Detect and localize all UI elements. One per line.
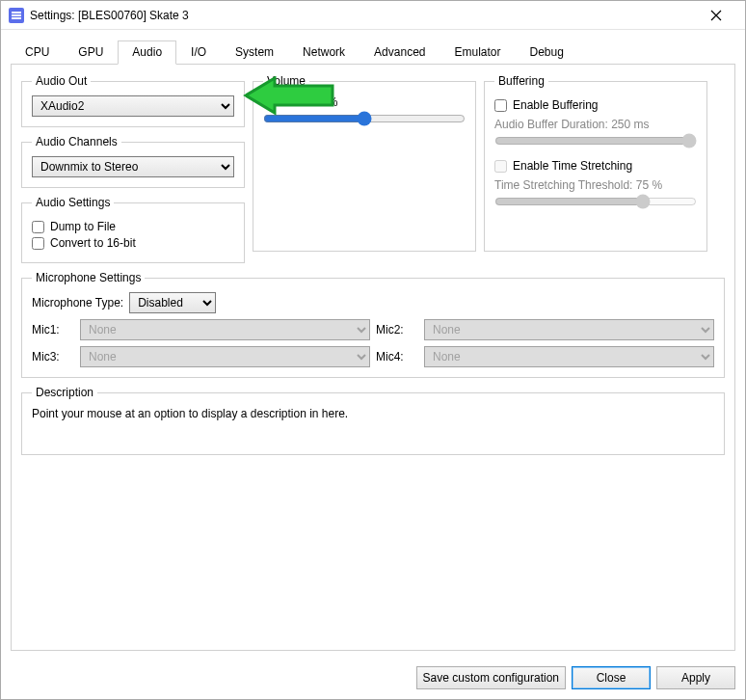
tab-emulator[interactable]: Emulator [440, 40, 515, 65]
convert-16bit-row[interactable]: Convert to 16-bit [32, 236, 234, 250]
button-bar: Save custom configuration Close Apply [1, 660, 745, 699]
tab-advanced[interactable]: Advanced [360, 40, 440, 65]
tab-io[interactable]: I/O [176, 40, 221, 65]
audio-channels-legend: Audio Channels [32, 135, 121, 148]
buffering-legend: Buffering [494, 74, 548, 88]
mic3-label: Mic3: [32, 350, 74, 363]
tab-system[interactable]: System [221, 40, 288, 65]
convert-16bit-checkbox[interactable] [32, 237, 44, 250]
dump-to-file-label: Dump to File [50, 220, 116, 233]
enable-buffering-checkbox[interactable] [494, 99, 507, 112]
mic3-select: None [80, 346, 370, 367]
top-row: Audio Out XAudio2 Audio Channels Downmix… [21, 74, 725, 263]
microphone-group: Microphone Settings Microphone Type: Dis… [21, 271, 725, 378]
window-title: Settings: [BLES00760] Skate 3 [30, 9, 695, 22]
svg-rect-0 [12, 12, 21, 13]
volume-group: Volume Master: 100 % [253, 74, 476, 252]
dump-to-file-row[interactable]: Dump to File [32, 220, 234, 233]
enable-stretching-label: Enable Time Stretching [513, 159, 632, 173]
master-volume-label: Master: 100 % [263, 95, 466, 109]
audio-out-legend: Audio Out [32, 74, 91, 88]
volume-legend: Volume [263, 74, 309, 88]
titlebar: Settings: [BLES00760] Skate 3 [1, 1, 745, 30]
tab-audio[interactable]: Audio [118, 40, 176, 65]
enable-stretching-checkbox [494, 160, 507, 173]
enable-buffering-label: Enable Buffering [513, 98, 599, 112]
mic4-select: None [424, 346, 714, 367]
mic-type-label: Microphone Type: [32, 296, 123, 310]
stretch-threshold-label: Time Stretching Threshold: 75 % [494, 178, 697, 192]
dump-to-file-checkbox[interactable] [32, 221, 44, 233]
stretch-threshold-slider [494, 194, 697, 209]
close-window-button[interactable] [695, 2, 737, 29]
close-icon [710, 10, 722, 21]
mic2-select: None [424, 319, 714, 340]
settings-window: Settings: [BLES00760] Skate 3 CPU GPU Au… [0, 0, 746, 700]
enable-buffering-row[interactable]: Enable Buffering [494, 98, 697, 112]
left-column: Audio Out XAudio2 Audio Channels Downmix… [21, 74, 245, 263]
apply-button[interactable]: Apply [656, 666, 735, 689]
audio-channels-select[interactable]: Downmix to Stereo [32, 156, 234, 177]
tab-bar: CPU GPU Audio I/O System Network Advance… [11, 40, 735, 64]
buffer-duration-slider [494, 133, 697, 148]
tab-gpu[interactable]: GPU [64, 40, 118, 65]
save-config-button[interactable]: Save custom configuration [416, 666, 566, 689]
close-button[interactable]: Close [572, 666, 651, 689]
description-group: Description Point your mouse at an optio… [21, 386, 725, 455]
tab-cpu[interactable]: CPU [11, 40, 64, 65]
enable-stretching-row: Enable Time Stretching [494, 159, 697, 173]
mic2-label: Mic2: [376, 323, 418, 337]
convert-16bit-label: Convert to 16-bit [50, 236, 136, 250]
audio-out-group: Audio Out XAudio2 [21, 74, 245, 127]
buffer-duration-label: Audio Buffer Duration: 250 ms [494, 118, 697, 131]
mic4-label: Mic4: [376, 350, 418, 363]
audio-settings-group: Audio Settings Dump to File Convert to 1… [21, 196, 245, 263]
master-volume-slider[interactable] [263, 111, 466, 126]
app-icon [9, 8, 24, 23]
mic1-select: None [80, 319, 370, 340]
buffering-group: Buffering Enable Buffering Audio Buffer … [484, 74, 707, 252]
audio-settings-legend: Audio Settings [32, 196, 114, 209]
svg-rect-1 [12, 14, 21, 16]
audio-out-select[interactable]: XAudio2 [32, 95, 234, 117]
tab-network[interactable]: Network [288, 40, 360, 65]
audio-channels-group: Audio Channels Downmix to Stereo [21, 135, 245, 188]
description-legend: Description [32, 386, 97, 399]
tab-debug[interactable]: Debug [516, 40, 578, 65]
audio-tab-panel: Audio Out XAudio2 Audio Channels Downmix… [11, 64, 735, 651]
svg-rect-2 [12, 17, 21, 19]
mic-type-select[interactable]: Disabled [129, 292, 216, 313]
description-text: Point your mouse at an option to display… [32, 407, 714, 420]
mic1-label: Mic1: [32, 323, 74, 337]
microphone-legend: Microphone Settings [32, 271, 145, 284]
